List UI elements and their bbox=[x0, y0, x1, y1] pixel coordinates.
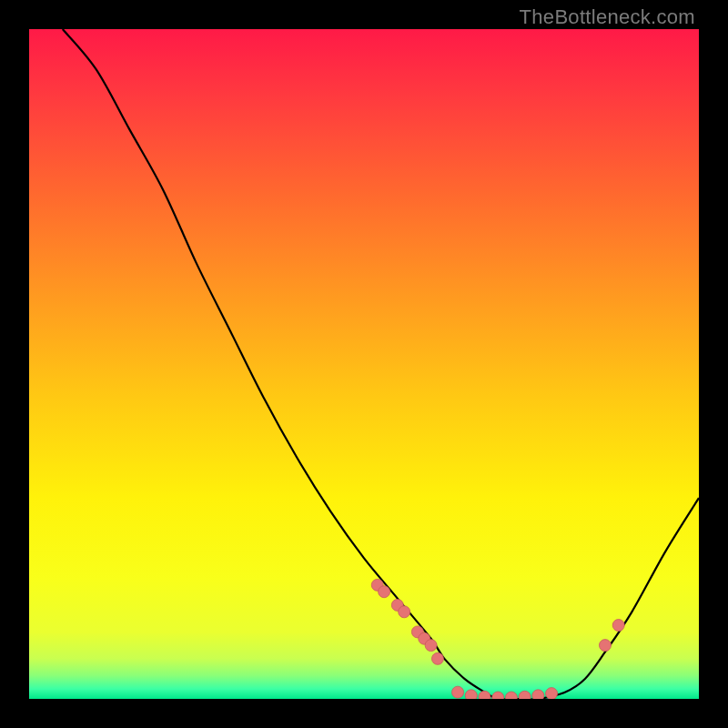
chart-marker bbox=[452, 686, 464, 698]
chart-svg bbox=[29, 29, 699, 699]
chart-marker bbox=[399, 606, 410, 618]
watermark-text: TheBottleneck.com bbox=[520, 5, 695, 29]
chart-plot-area bbox=[29, 29, 699, 699]
chart-marker bbox=[546, 688, 558, 699]
chart-marker bbox=[465, 690, 477, 699]
chart-marker bbox=[425, 640, 437, 652]
chart-marker bbox=[532, 690, 544, 699]
chart-marker bbox=[431, 652, 443, 664]
chart-marker bbox=[379, 586, 390, 598]
chart-marker bbox=[599, 640, 611, 652]
chart-marker bbox=[612, 620, 624, 632]
